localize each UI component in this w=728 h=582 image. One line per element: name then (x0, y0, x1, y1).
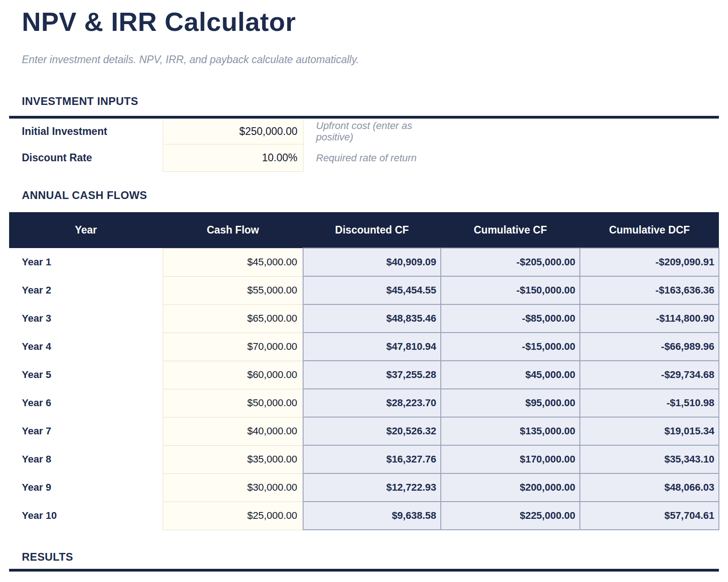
cumulative-cf-value: -$15,000.00 (441, 333, 580, 361)
cumulative-dcf-value: $57,704.61 (580, 502, 719, 530)
table-row-year-1: Year 1 $45,000.00 $40,909.09 -$205,000.0… (9, 248, 719, 276)
cumulative-cf-value: $95,000.00 (441, 389, 580, 417)
discounted-cf-value: $28,223.70 (303, 389, 441, 417)
column-header-year: Year (9, 212, 163, 248)
initial-investment-field[interactable]: $250,000.00 (163, 117, 303, 144)
year-label: Year 7 (9, 417, 163, 445)
year-label: Year 3 (9, 304, 163, 333)
cumulative-dcf-value: -$66,989.96 (580, 333, 719, 361)
discounted-cf-value: $20,526.32 (303, 417, 441, 445)
calculator-page: NPV & IRR Calculator Enter investment de… (0, 7, 728, 572)
cumulative-cf-value: -$85,000.00 (441, 304, 580, 333)
table-row-year-3: Year 3 $65,000.00 $48,835.46 -$85,000.00… (9, 304, 719, 333)
investment-inputs-heading: INVESTMENT INPUTS (22, 95, 719, 108)
results-heading: RESULTS (22, 551, 719, 563)
year-label: Year 5 (9, 361, 163, 389)
cash-flow-field[interactable]: $30,000.00 (163, 473, 303, 502)
discounted-cf-value: $48,835.46 (303, 304, 441, 333)
input-row-initial-investment: Initial Investment $250,000.00 Upfront c… (9, 117, 719, 144)
cumulative-dcf-value: -$209,090.91 (580, 248, 719, 276)
input-row-filler (435, 144, 719, 172)
initial-investment-label: Initial Investment (9, 117, 163, 144)
discounted-cf-value: $37,255.28 (303, 361, 441, 389)
table-row-year-4: Year 4 $70,000.00 $47,810.94 -$15,000.00… (9, 333, 719, 361)
year-label: Year 8 (9, 445, 163, 473)
discount-rate-label: Discount Rate (9, 144, 163, 172)
cumulative-cf-value: $225,000.00 (441, 502, 580, 530)
discounted-cf-value: $12,722.93 (303, 473, 441, 502)
cash-flow-field[interactable]: $55,000.00 (163, 276, 303, 304)
cumulative-cf-value: $200,000.00 (441, 473, 580, 502)
year-label: Year 10 (9, 502, 163, 530)
year-label: Year 9 (9, 473, 163, 502)
investment-inputs-table: Initial Investment $250,000.00 Upfront c… (9, 116, 719, 172)
cumulative-dcf-value: $35,343.10 (580, 445, 719, 473)
page-subtitle: Enter investment details. NPV, IRR, and … (22, 54, 719, 66)
discounted-cf-value: $47,810.94 (303, 333, 441, 361)
column-header-discounted-cf: Discounted CF (303, 212, 441, 248)
results-divider (9, 569, 719, 572)
year-label: Year 2 (9, 276, 163, 304)
cash-flow-field[interactable]: $40,000.00 (163, 417, 303, 445)
year-label: Year 4 (9, 333, 163, 361)
discount-rate-note: Required rate of return (303, 144, 435, 172)
discounted-cf-value: $16,327.76 (303, 445, 441, 473)
cash-flow-field[interactable]: $65,000.00 (163, 304, 303, 333)
cash-flow-field[interactable]: $25,000.00 (163, 502, 303, 530)
discounted-cf-value: $9,638.58 (303, 502, 441, 530)
cumulative-dcf-value: -$163,636.36 (580, 276, 719, 304)
initial-investment-note: Upfront cost (enter as positive) (303, 117, 435, 144)
column-header-cumulative-cf: Cumulative CF (441, 212, 580, 248)
table-row-year-7: Year 7 $40,000.00 $20,526.32 $135,000.00… (9, 417, 719, 445)
cash-flow-field[interactable]: $50,000.00 (163, 389, 303, 417)
discounted-cf-value: $40,909.09 (303, 248, 441, 276)
cash-flow-field[interactable]: $45,000.00 (163, 248, 303, 276)
cash-flow-table: Year Cash Flow Discounted CF Cumulative … (9, 212, 719, 530)
cash-flow-field[interactable]: $35,000.00 (163, 445, 303, 473)
table-row-year-6: Year 6 $50,000.00 $28,223.70 $95,000.00 … (9, 389, 719, 417)
cumulative-dcf-value: $48,066.03 (580, 473, 719, 502)
year-label: Year 6 (9, 389, 163, 417)
discounted-cf-value: $45,454.55 (303, 276, 441, 304)
table-row-year-10: Year 10 $25,000.00 $9,638.58 $225,000.00… (9, 502, 719, 530)
table-row-year-5: Year 5 $60,000.00 $37,255.28 $45,000.00 … (9, 361, 719, 389)
cumulative-dcf-value: -$114,800.90 (580, 304, 719, 333)
cumulative-cf-value: -$150,000.00 (441, 276, 580, 304)
cumulative-cf-value: $45,000.00 (441, 361, 580, 389)
cumulative-cf-value: -$205,000.00 (441, 248, 580, 276)
table-row-year-9: Year 9 $30,000.00 $12,722.93 $200,000.00… (9, 473, 719, 502)
year-label: Year 1 (9, 248, 163, 276)
cumulative-dcf-value: -$1,510.98 (580, 389, 719, 417)
cumulative-dcf-value: -$29,734.68 (580, 361, 719, 389)
input-row-filler (435, 117, 719, 144)
cash-flow-field[interactable]: $70,000.00 (163, 333, 303, 361)
cash-flow-field[interactable]: $60,000.00 (163, 361, 303, 389)
table-row-year-8: Year 8 $35,000.00 $16,327.76 $170,000.00… (9, 445, 719, 473)
discount-rate-field[interactable]: 10.00% (163, 144, 303, 172)
column-header-cumulative-dcf: Cumulative DCF (580, 212, 719, 248)
cumulative-cf-value: $135,000.00 (441, 417, 580, 445)
table-row-year-2: Year 2 $55,000.00 $45,454.55 -$150,000.0… (9, 276, 719, 304)
page-title: NPV & IRR Calculator (22, 7, 719, 36)
cumulative-cf-value: $170,000.00 (441, 445, 580, 473)
input-row-discount-rate: Discount Rate 10.00% Required rate of re… (9, 144, 719, 172)
cash-flow-header-row: Year Cash Flow Discounted CF Cumulative … (9, 212, 719, 248)
cumulative-dcf-value: $19,015.34 (580, 417, 719, 445)
annual-cash-flows-heading: ANNUAL CASH FLOWS (22, 189, 719, 202)
column-header-cash-flow: Cash Flow (163, 212, 303, 248)
